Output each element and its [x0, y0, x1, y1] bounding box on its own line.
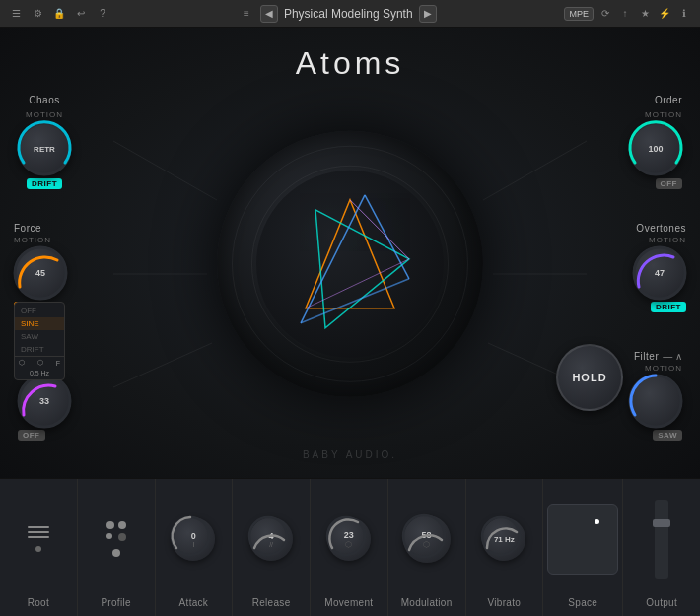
menu-icon[interactable]: ☰: [8, 6, 24, 22]
modulation-widget: 58 ⬡: [403, 487, 451, 591]
dropdown-saw[interactable]: SAW: [15, 330, 64, 343]
overtones-value: 47: [655, 268, 665, 278]
output-widget: [655, 487, 668, 591]
output-label: Output: [646, 597, 677, 608]
back-icon[interactable]: ↩: [73, 6, 89, 22]
movement-knob[interactable]: 23 ⬡: [327, 517, 371, 561]
release-arc: [246, 514, 290, 558]
force-label: Force: [14, 223, 41, 234]
attack-knob[interactable]: 0 I: [172, 517, 215, 561]
polyhedron-viz: [266, 179, 434, 347]
bottom-profile[interactable]: Profile: [78, 479, 156, 616]
filter-arc: [625, 371, 686, 432]
titlebar-center: ≡ ◀ Physical Modeling Synth ▶: [239, 5, 437, 23]
modulation-label: Modulation: [401, 597, 453, 608]
nav-next-button[interactable]: ▶: [419, 5, 437, 23]
list-icon[interactable]: ≡: [239, 6, 254, 22]
release-widget: 4 //: [249, 487, 293, 591]
order-badge[interactable]: OFF: [656, 178, 683, 189]
release-knob[interactable]: 4 //: [249, 517, 293, 561]
attack-widget: 0 I: [172, 487, 215, 591]
chaos-label: Chaos: [29, 95, 59, 105]
modulation-knob[interactable]: 58 ⬡: [403, 515, 451, 563]
dot-1: [106, 521, 114, 529]
bottom-space[interactable]: Space: [543, 479, 623, 616]
bottom-output[interactable]: Output: [623, 479, 700, 616]
profile-widget: [106, 487, 126, 591]
link-icon: ⬡: [19, 359, 25, 367]
svg-line-2: [113, 343, 212, 387]
icon2[interactable]: ↑: [617, 6, 633, 22]
overtones-knob[interactable]: 47: [633, 246, 686, 300]
dropdown-sine[interactable]: SINE: [15, 317, 64, 330]
bottom-modulation[interactable]: 58 ⬡ Modulation: [388, 479, 466, 616]
lock-icon[interactable]: 🔒: [51, 6, 67, 22]
root-line-2: [28, 531, 49, 533]
root-dot: [35, 546, 41, 552]
force-dropdown[interactable]: OFF SINE SAW DRIFT ⬡ ⬡ F 0.5 Hz: [14, 302, 65, 380]
root-widget: [28, 487, 49, 591]
space-widget: [547, 487, 618, 591]
dot-2: [118, 521, 126, 529]
force-knob[interactable]: 45: [14, 246, 67, 300]
svg-line-11: [350, 199, 409, 258]
vibrato-label: Vibrato: [488, 597, 522, 608]
profile-icon: [106, 521, 126, 541]
root-line-3: [28, 536, 49, 538]
bottom-attack[interactable]: 0 I Attack: [156, 479, 234, 616]
root-line-1: [28, 526, 49, 528]
hold-button[interactable]: HOLD: [556, 344, 623, 411]
bottom-movement[interactable]: 23 ⬡ Movement: [311, 479, 388, 616]
profile-label: Profile: [101, 597, 130, 608]
root-icon: [28, 526, 49, 538]
movement-arc: [324, 514, 368, 558]
baby-audio-label: BABY AUDIO.: [303, 449, 397, 460]
dropdown-off[interactable]: OFF: [15, 305, 64, 317]
freq-label: F: [56, 360, 60, 367]
titlebar-left: ☰ ⚙ 🔒 ↩ ?: [8, 6, 110, 22]
filter-knob[interactable]: [629, 375, 682, 428]
movement-widget: 23 ⬡: [327, 487, 371, 591]
titlebar: ☰ ⚙ 🔒 ↩ ? ≡ ◀ Physical Modeling Synth ▶ …: [0, 0, 700, 28]
chaos-knob[interactable]: RETR: [18, 122, 71, 175]
drive-knob[interactable]: 33: [18, 375, 71, 428]
nav-prev-button[interactable]: ◀: [260, 5, 278, 23]
mpe-button[interactable]: MPE: [564, 7, 594, 21]
icon4[interactable]: ⚡: [657, 6, 672, 22]
svg-point-21: [327, 517, 365, 555]
icon1[interactable]: ⟳: [597, 6, 613, 22]
output-fader[interactable]: [655, 500, 668, 579]
orb-outer: [217, 130, 483, 396]
center-orb[interactable]: [217, 130, 483, 396]
overtones-label: Overtones: [636, 223, 686, 234]
profile-dot-main: [112, 549, 120, 557]
orb-inner: [256, 170, 444, 357]
dot-4: [118, 533, 126, 541]
freq-row: ⬡ ⬡ F: [15, 356, 64, 369]
chaos-section: Chaos MOTION RETR DRIFT: [18, 95, 71, 189]
dot-3: [106, 533, 112, 539]
bottom-vibrato[interactable]: 71 Hz Vibrato: [466, 479, 544, 616]
icon5[interactable]: ℹ: [676, 6, 692, 22]
plugin-title: Physical Modeling Synth: [284, 7, 413, 21]
dropdown-drift[interactable]: DRIFT: [15, 343, 64, 356]
svg-line-0: [113, 141, 217, 200]
settings-icon[interactable]: ⚙: [30, 6, 45, 22]
link-icon2: ⬡: [37, 359, 43, 367]
vibrato-knob[interactable]: 71 Hz: [482, 517, 525, 561]
svg-marker-7: [315, 209, 409, 327]
help-icon[interactable]: ?: [95, 6, 110, 22]
space-pad[interactable]: [547, 504, 618, 575]
order-section: Order MOTION 100 OFF: [629, 95, 682, 189]
chaos-badge[interactable]: DRIFT: [27, 178, 62, 189]
attack-arc: [169, 514, 212, 558]
bottom-release[interactable]: 4 // Release: [233, 479, 311, 616]
filter-label-row: Filter — ∧: [634, 351, 682, 362]
svg-point-23: [482, 517, 520, 555]
order-knob[interactable]: 100: [629, 122, 682, 175]
attack-label: Attack: [179, 597, 209, 608]
bottom-root[interactable]: Root: [0, 479, 78, 616]
order-label: Order: [655, 95, 682, 105]
icon3[interactable]: ★: [637, 6, 653, 22]
root-label: Root: [28, 597, 49, 608]
